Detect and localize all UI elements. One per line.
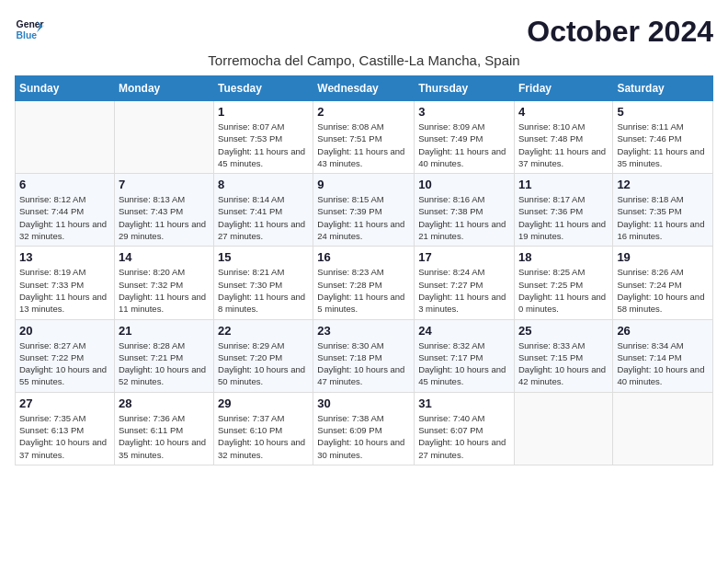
day-number: 16 xyxy=(317,250,410,264)
calendar-cell xyxy=(16,101,115,174)
calendar-cell: 6Sunrise: 8:12 AM Sunset: 7:44 PM Daylig… xyxy=(16,174,115,247)
day-info: Sunrise: 8:07 AM Sunset: 7:53 PM Dayligh… xyxy=(218,121,309,169)
month-title: October 2024 xyxy=(527,15,713,49)
calendar-cell: 26Sunrise: 8:34 AM Sunset: 7:14 PM Dayli… xyxy=(613,319,713,392)
day-number: 31 xyxy=(418,396,510,410)
calendar-cell: 9Sunrise: 8:15 AM Sunset: 7:39 PM Daylig… xyxy=(313,174,415,247)
calendar-cell: 13Sunrise: 8:19 AM Sunset: 7:33 PM Dayli… xyxy=(16,247,115,319)
calendar-cell: 1Sunrise: 8:07 AM Sunset: 7:53 PM Daylig… xyxy=(214,101,313,174)
calendar-cell: 16Sunrise: 8:23 AM Sunset: 7:28 PM Dayli… xyxy=(313,247,415,319)
day-number: 24 xyxy=(418,324,510,338)
calendar-cell: 20Sunrise: 8:27 AM Sunset: 7:22 PM Dayli… xyxy=(16,319,115,392)
page-header: General Blue General Blue October 2024 xyxy=(15,15,713,49)
day-number: 20 xyxy=(19,324,110,338)
logo: General Blue General Blue xyxy=(15,15,44,44)
day-number: 19 xyxy=(617,250,709,264)
calendar-cell: 11Sunrise: 8:17 AM Sunset: 7:36 PM Dayli… xyxy=(514,174,612,247)
day-info: Sunrise: 8:11 AM Sunset: 7:46 PM Dayligh… xyxy=(617,121,709,169)
calendar-cell: 18Sunrise: 8:25 AM Sunset: 7:25 PM Dayli… xyxy=(514,247,612,319)
weekday-header-wednesday: Wednesday xyxy=(313,76,415,101)
calendar-cell: 2Sunrise: 8:08 AM Sunset: 7:51 PM Daylig… xyxy=(313,101,415,174)
day-number: 14 xyxy=(119,250,210,264)
location-title: Torremocha del Campo, Castille-La Mancha… xyxy=(15,52,713,68)
weekday-header-friday: Friday xyxy=(514,76,612,101)
day-number: 4 xyxy=(518,105,609,119)
day-number: 23 xyxy=(317,324,410,338)
calendar-cell: 24Sunrise: 8:32 AM Sunset: 7:17 PM Dayli… xyxy=(415,319,515,392)
day-info: Sunrise: 8:17 AM Sunset: 7:36 PM Dayligh… xyxy=(518,193,609,242)
day-info: Sunrise: 8:30 AM Sunset: 7:18 PM Dayligh… xyxy=(317,339,410,388)
day-info: Sunrise: 8:24 AM Sunset: 7:27 PM Dayligh… xyxy=(418,266,510,315)
calendar-cell: 3Sunrise: 8:09 AM Sunset: 7:49 PM Daylig… xyxy=(415,101,515,174)
week-row-1: 1Sunrise: 8:07 AM Sunset: 7:53 PM Daylig… xyxy=(16,101,713,174)
week-row-4: 20Sunrise: 8:27 AM Sunset: 7:22 PM Dayli… xyxy=(16,319,713,392)
calendar-cell: 28Sunrise: 7:36 AM Sunset: 6:11 PM Dayli… xyxy=(114,392,213,465)
week-row-5: 27Sunrise: 7:35 AM Sunset: 6:13 PM Dayli… xyxy=(16,392,713,465)
weekday-header-saturday: Saturday xyxy=(613,76,713,101)
day-info: Sunrise: 8:25 AM Sunset: 7:25 PM Dayligh… xyxy=(518,266,609,315)
day-number: 27 xyxy=(19,396,110,410)
calendar-cell: 17Sunrise: 8:24 AM Sunset: 7:27 PM Dayli… xyxy=(415,247,515,319)
day-info: Sunrise: 8:28 AM Sunset: 7:21 PM Dayligh… xyxy=(119,339,210,388)
calendar-cell: 8Sunrise: 8:14 AM Sunset: 7:41 PM Daylig… xyxy=(214,174,313,247)
calendar-cell xyxy=(114,101,213,174)
calendar-cell: 31Sunrise: 7:40 AM Sunset: 6:07 PM Dayli… xyxy=(415,392,515,465)
day-number: 26 xyxy=(617,324,709,338)
logo-icon: General Blue xyxy=(15,15,44,44)
calendar-cell: 10Sunrise: 8:16 AM Sunset: 7:38 PM Dayli… xyxy=(415,174,515,247)
calendar-cell: 21Sunrise: 8:28 AM Sunset: 7:21 PM Dayli… xyxy=(114,319,213,392)
day-info: Sunrise: 8:26 AM Sunset: 7:24 PM Dayligh… xyxy=(617,266,709,315)
day-number: 15 xyxy=(218,250,309,264)
day-info: Sunrise: 8:12 AM Sunset: 7:44 PM Dayligh… xyxy=(19,193,110,242)
week-row-3: 13Sunrise: 8:19 AM Sunset: 7:33 PM Dayli… xyxy=(16,247,713,319)
day-info: Sunrise: 8:27 AM Sunset: 7:22 PM Dayligh… xyxy=(19,339,110,388)
calendar-cell: 29Sunrise: 7:37 AM Sunset: 6:10 PM Dayli… xyxy=(214,392,313,465)
day-number: 22 xyxy=(218,324,309,338)
day-number: 3 xyxy=(418,105,510,119)
calendar-cell: 4Sunrise: 8:10 AM Sunset: 7:48 PM Daylig… xyxy=(514,101,612,174)
weekday-header-monday: Monday xyxy=(114,76,213,101)
day-number: 17 xyxy=(418,250,510,264)
weekday-header-thursday: Thursday xyxy=(415,76,515,101)
day-info: Sunrise: 8:29 AM Sunset: 7:20 PM Dayligh… xyxy=(218,339,309,388)
day-number: 21 xyxy=(119,324,210,338)
day-number: 11 xyxy=(518,178,609,191)
calendar-cell: 22Sunrise: 8:29 AM Sunset: 7:20 PM Dayli… xyxy=(214,319,313,392)
day-number: 8 xyxy=(218,178,309,191)
day-info: Sunrise: 8:23 AM Sunset: 7:28 PM Dayligh… xyxy=(317,266,410,315)
day-number: 2 xyxy=(317,105,410,119)
day-info: Sunrise: 8:19 AM Sunset: 7:33 PM Dayligh… xyxy=(19,266,110,315)
weekday-header-tuesday: Tuesday xyxy=(214,76,313,101)
day-info: Sunrise: 8:09 AM Sunset: 7:49 PM Dayligh… xyxy=(418,121,510,169)
day-info: Sunrise: 8:34 AM Sunset: 7:14 PM Dayligh… xyxy=(617,339,709,388)
day-info: Sunrise: 8:13 AM Sunset: 7:43 PM Dayligh… xyxy=(119,193,210,242)
week-row-2: 6Sunrise: 8:12 AM Sunset: 7:44 PM Daylig… xyxy=(16,174,713,247)
day-number: 30 xyxy=(317,396,410,410)
calendar-cell: 7Sunrise: 8:13 AM Sunset: 7:43 PM Daylig… xyxy=(114,174,213,247)
calendar-cell xyxy=(613,392,713,465)
calendar-cell xyxy=(514,392,612,465)
calendar-cell: 12Sunrise: 8:18 AM Sunset: 7:35 PM Dayli… xyxy=(613,174,713,247)
day-number: 25 xyxy=(518,324,609,338)
day-number: 12 xyxy=(617,178,709,191)
weekday-header-sunday: Sunday xyxy=(16,76,115,101)
day-info: Sunrise: 8:32 AM Sunset: 7:17 PM Dayligh… xyxy=(418,339,510,388)
day-number: 5 xyxy=(617,105,709,119)
day-number: 29 xyxy=(218,396,309,410)
day-number: 18 xyxy=(518,250,609,264)
calendar-cell: 5Sunrise: 8:11 AM Sunset: 7:46 PM Daylig… xyxy=(613,101,713,174)
calendar-cell: 19Sunrise: 8:26 AM Sunset: 7:24 PM Dayli… xyxy=(613,247,713,319)
day-info: Sunrise: 8:08 AM Sunset: 7:51 PM Dayligh… xyxy=(317,121,410,169)
day-number: 10 xyxy=(418,178,510,191)
day-info: Sunrise: 8:20 AM Sunset: 7:32 PM Dayligh… xyxy=(119,266,210,315)
day-info: Sunrise: 7:35 AM Sunset: 6:13 PM Dayligh… xyxy=(19,412,110,461)
day-info: Sunrise: 8:21 AM Sunset: 7:30 PM Dayligh… xyxy=(218,266,309,315)
calendar-cell: 15Sunrise: 8:21 AM Sunset: 7:30 PM Dayli… xyxy=(214,247,313,319)
day-info: Sunrise: 8:15 AM Sunset: 7:39 PM Dayligh… xyxy=(317,193,410,242)
day-info: Sunrise: 8:33 AM Sunset: 7:15 PM Dayligh… xyxy=(518,339,609,388)
day-info: Sunrise: 8:10 AM Sunset: 7:48 PM Dayligh… xyxy=(518,121,609,169)
day-info: Sunrise: 8:16 AM Sunset: 7:38 PM Dayligh… xyxy=(418,193,510,242)
day-info: Sunrise: 8:14 AM Sunset: 7:41 PM Dayligh… xyxy=(218,193,309,242)
day-info: Sunrise: 7:38 AM Sunset: 6:09 PM Dayligh… xyxy=(317,412,410,461)
day-info: Sunrise: 8:18 AM Sunset: 7:35 PM Dayligh… xyxy=(617,193,709,242)
